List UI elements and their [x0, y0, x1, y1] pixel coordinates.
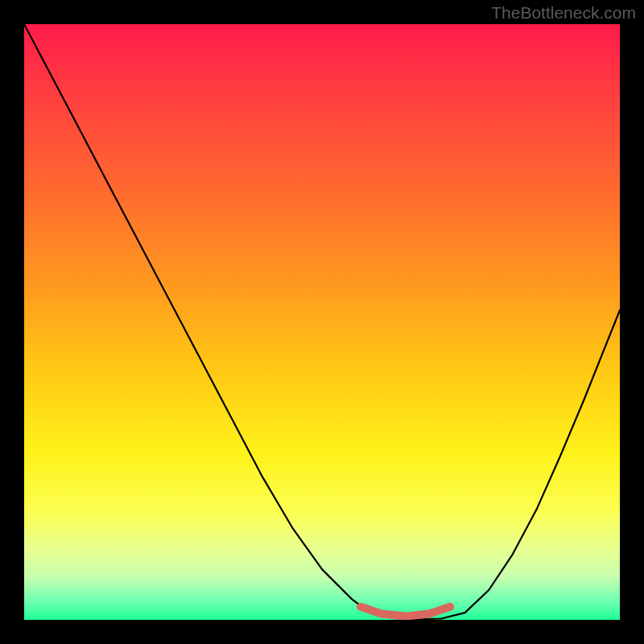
chart-plot-area	[24, 24, 620, 620]
watermark-text: TheBottleneck.com	[491, 3, 636, 23]
chart-svg	[24, 24, 620, 620]
chart-background	[24, 24, 620, 620]
